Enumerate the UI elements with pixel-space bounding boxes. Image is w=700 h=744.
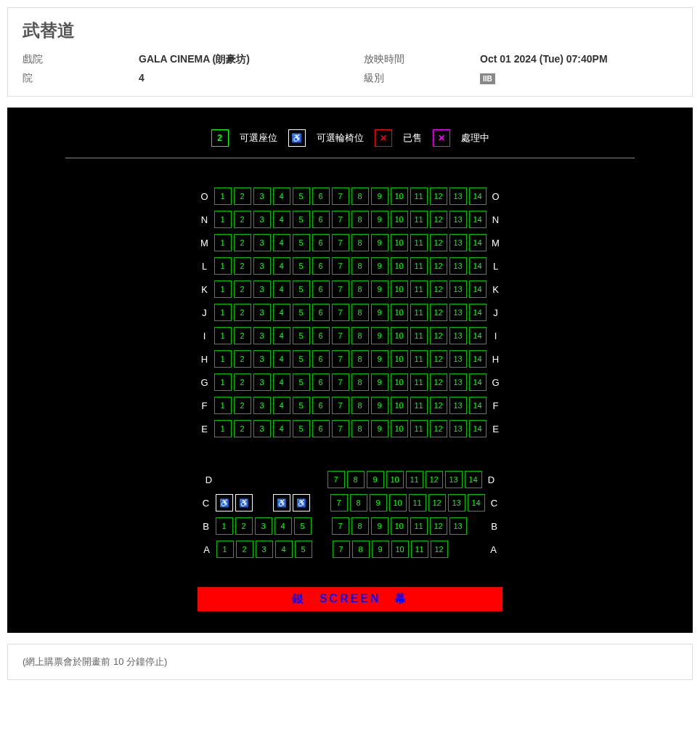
seat[interactable]: 2 [235,517,253,535]
seat[interactable]: 12 [430,234,447,251]
seat[interactable]: 5 [293,350,310,368]
seat[interactable]: 7 [332,257,349,275]
seat[interactable]: 9 [371,397,388,414]
seat[interactable]: 12 [431,541,448,558]
seat[interactable]: 12 [430,350,447,368]
seat[interactable]: 10 [386,471,404,488]
seat[interactable]: 7 [332,234,349,251]
seat[interactable]: 9 [371,350,388,368]
seat[interactable]: 5 [293,304,310,321]
seat[interactable]: 9 [371,234,388,251]
seat[interactable]: 4 [273,304,290,321]
seat[interactable]: 9 [371,280,388,298]
seat[interactable]: 11 [410,211,428,228]
seat[interactable]: 7 [332,304,349,321]
seat[interactable]: 8 [351,211,369,228]
seat[interactable]: 10 [389,494,407,512]
seat[interactable]: 3 [255,517,272,535]
seat[interactable]: 2 [234,234,251,251]
seat[interactable]: 3 [253,373,271,391]
seat[interactable]: 4 [273,420,290,437]
seat[interactable]: 10 [391,397,408,414]
seat[interactable]: 5 [293,420,310,437]
seat[interactable]: 10 [391,280,408,298]
seat[interactable]: 1 [214,211,232,228]
seat[interactable]: 14 [469,397,487,414]
wheelchair-seat[interactable]: ♿ [216,494,233,512]
seat[interactable]: 11 [410,373,428,391]
seat[interactable]: 8 [351,304,369,321]
seat[interactable]: 6 [312,280,330,298]
seat[interactable]: 10 [391,187,408,205]
seat[interactable]: 1 [214,187,232,205]
seat[interactable]: 8 [351,187,369,205]
seat[interactable]: 12 [430,517,447,535]
seat[interactable]: 7 [332,280,349,298]
seat[interactable]: 4 [273,350,290,368]
seat[interactable]: 9 [371,373,388,391]
seat[interactable]: 14 [469,257,487,275]
seat[interactable]: 10 [391,541,409,558]
seat[interactable]: 12 [430,373,447,391]
seat[interactable]: 14 [469,304,487,321]
seat[interactable]: 13 [449,304,467,321]
seat[interactable]: 8 [351,327,369,344]
seat[interactable]: 11 [410,187,428,205]
seat[interactable]: 14 [469,373,487,391]
seat[interactable]: 7 [332,373,349,391]
seat[interactable]: 13 [449,187,467,205]
seat[interactable]: 12 [430,280,447,298]
seat[interactable]: 1 [214,373,232,391]
seat[interactable]: 6 [312,373,330,391]
seat[interactable]: 10 [391,304,408,321]
seat[interactable]: 11 [410,420,428,437]
seat[interactable]: 1 [214,234,232,251]
seat[interactable]: 4 [274,517,292,535]
seat[interactable]: 3 [256,541,273,558]
seat[interactable]: 1 [214,280,232,298]
seat[interactable]: 3 [253,304,271,321]
seat[interactable]: 6 [312,187,330,205]
seat[interactable]: 7 [332,327,349,344]
seat[interactable]: 11 [410,257,428,275]
seat[interactable]: 2 [236,541,253,558]
seat[interactable]: 8 [351,350,369,368]
seat[interactable]: 5 [293,234,310,251]
seat[interactable]: 10 [391,350,408,368]
seat[interactable]: 9 [371,211,388,228]
seat[interactable]: 2 [234,350,251,368]
seat[interactable]: 7 [332,420,349,437]
seat[interactable]: 2 [234,211,251,228]
seat[interactable]: 14 [469,420,487,437]
seat[interactable]: 3 [253,211,271,228]
seat[interactable]: 8 [352,541,370,558]
seat[interactable]: 6 [312,211,330,228]
seat[interactable]: 4 [273,187,290,205]
seat[interactable]: 2 [234,397,251,414]
seat[interactable]: 13 [449,280,467,298]
seat[interactable]: 13 [445,471,463,488]
seat[interactable]: 13 [449,234,467,251]
seat[interactable]: 3 [253,234,271,251]
seat[interactable]: 6 [312,304,330,321]
seat[interactable]: 4 [273,280,290,298]
seat[interactable]: 5 [293,373,310,391]
seat[interactable]: 3 [253,327,271,344]
seat[interactable]: 5 [293,397,310,414]
seat[interactable]: 8 [350,494,367,512]
seat[interactable]: 12 [430,187,447,205]
seat[interactable]: 11 [406,471,423,488]
seat[interactable]: 13 [449,373,467,391]
seat[interactable]: 1 [214,350,232,368]
seat[interactable]: 7 [330,494,348,512]
seat[interactable]: 8 [351,280,369,298]
seat[interactable]: 11 [410,517,428,535]
seat[interactable]: 14 [469,187,487,205]
seat[interactable]: 1 [214,304,232,321]
seat[interactable]: 9 [371,327,388,344]
seat[interactable]: 8 [351,517,369,535]
seat[interactable]: 12 [430,257,447,275]
seat[interactable]: 8 [351,397,369,414]
seat[interactable]: 4 [273,234,290,251]
seat[interactable]: 8 [351,234,369,251]
